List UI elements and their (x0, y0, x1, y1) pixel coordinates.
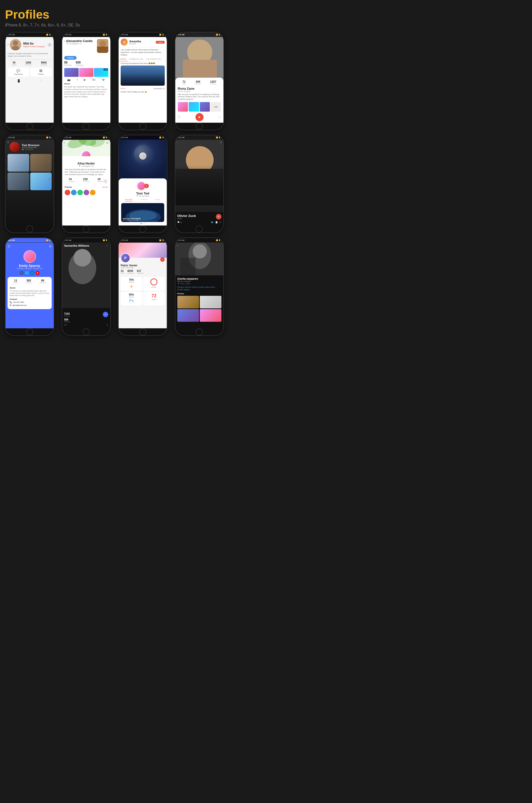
heart-button[interactable]: ♥ (195, 113, 204, 121)
status-bar-miki: 9:41 AM 📶 🔋 (5, 33, 54, 37)
twitter-icon[interactable]: 🐦 (102, 78, 105, 81)
tomted-location: 📍 On the Moon (121, 195, 164, 197)
amantha-follow-button[interactable]: Follow (156, 41, 165, 43)
dot-2 (142, 223, 143, 224)
screen-anita: ‹ Follow @anita-seppanen Fashion designe… (175, 243, 224, 328)
tombronson-avatar (10, 142, 20, 152)
status-bar-olivier: 9:41 AM 📶 🔋 (175, 135, 224, 140)
tab-missions[interactable]: MISSIONS (125, 199, 133, 201)
text-icon[interactable]: T (48, 178, 50, 182)
amantha-header: A Amantha Illustrator Follow (119, 37, 167, 48)
heart-outline-icon[interactable]: ♡ (48, 171, 51, 175)
twitter-icon[interactable]: t (25, 271, 29, 275)
back-icon[interactable]: ‹ (121, 244, 121, 247)
rona-photo-1 (178, 102, 188, 112)
see-all-button[interactable]: See all (102, 186, 108, 188)
back-icon[interactable]: ‹ (64, 141, 65, 144)
emily-card: 11Parties 382Followers 86Following About… (7, 277, 52, 309)
tomted-pagination-dots (121, 223, 164, 224)
rona-name: Rona Zane (178, 87, 221, 91)
menu-icon: ☰ (178, 115, 180, 119)
settings-icon[interactable]: ⚙ (49, 245, 52, 248)
phone-tombronson: 9:41 AM 📶 🔋 ☰ Tom Bronson PHOTOGRAPHER 📷… (5, 135, 54, 233)
tomted-space-bg (119, 140, 167, 183)
tab-zones[interactable]: ZONES (155, 199, 160, 201)
anita-photos-grid (177, 296, 222, 322)
about-label: About (64, 83, 108, 85)
patric-skill-sketch2: Sketch (143, 277, 165, 291)
heart-icon[interactable]: ♥ 576 (121, 88, 125, 90)
menu-icon[interactable]: ☰ (7, 245, 10, 248)
facebook-icon[interactable]: f (20, 271, 24, 275)
copy-icon[interactable]: 📋 (215, 221, 218, 224)
alex-follow-button[interactable]: Follow (64, 56, 77, 60)
alisa-location: 📍 Los Angeles, CA (65, 165, 108, 167)
rona-photo-2 (189, 102, 199, 112)
twitter-icon[interactable]: 🐦 (211, 221, 214, 224)
tb-photo-1 (7, 154, 29, 172)
menu-icon[interactable]: ☰ (7, 141, 9, 144)
youtube-icon[interactable]: ▶ (36, 271, 40, 275)
comments-button[interactable]: 💬 Comments (7, 68, 29, 77)
amantha-post-caption: Great trip and awesome time there 😎😎😎 (119, 61, 167, 66)
tomted-card: + Tom Ted 📍 On the Moon MISSIONS PLANETS… (119, 179, 167, 225)
patric-info: Patric Xavier Artist / New York 14Posts … (119, 263, 167, 277)
share-icon[interactable]: ⟨⟩ (106, 323, 108, 326)
menu-icon[interactable]: ⋮ (106, 244, 108, 247)
back-icon[interactable]: ‹ (7, 43, 8, 46)
status-bar-emily: 9:41 AM 📶 🔋 (5, 238, 54, 243)
behance-icon[interactable]: Be (92, 78, 95, 81)
patric-header: ‹ P + (119, 243, 167, 263)
anita-location: 📍 Tokyo, Japan (177, 283, 222, 285)
share-icon[interactable]: ⟨⟩ (220, 141, 222, 144)
heart-icon[interactable]: ♡ (40, 79, 42, 83)
photos-button[interactable]: 🖼 Photos (30, 68, 52, 77)
patric-stats: 14Posts 8250Followers 617Following (121, 269, 165, 274)
olivier-gradient (175, 165, 224, 205)
rona-role: Interior Designer (178, 91, 221, 92)
share-icon[interactable]: ⟨⟩ (218, 115, 221, 119)
status-time: 9:41 AM (8, 34, 15, 36)
phone-tomted: 9:41 AM 📶 🔋 + Tom Ted 📍 On the Moon (118, 135, 167, 233)
phone-alexandre: 9:41 AM 📶 🔋 ‹ Alexandre Castle 📍 Los Ang… (62, 32, 111, 130)
olivier-actions: 💬 26 🐦 📋 in (177, 221, 222, 224)
screen-miki: ‹ Miki Ito Digital Product Designer + Fr… (5, 37, 54, 123)
olivier-add-button[interactable]: + (216, 214, 222, 220)
linkedin-icon[interactable]: in (30, 271, 34, 275)
whatsapp-icon[interactable]: 📱 (17, 79, 21, 83)
phone-amantha: 9:41 AM 📶 🔋 A Amantha Illustrator Follow… (118, 32, 167, 130)
tab-posts[interactable]: POSTS (119, 57, 128, 61)
facebook-icon[interactable]: f (77, 78, 78, 81)
rona-photo-3 (200, 102, 210, 112)
status-icons: 📶 🔋 (46, 34, 51, 36)
screen-tomted: + Tom Ted 📍 On the Moon MISSIONS PLANETS… (119, 140, 167, 225)
youtube-icon[interactable]: ▶ (84, 78, 86, 81)
tab-comments[interactable]: COMMENTS (18) (128, 57, 145, 61)
screen-alexandre: ‹ Alexandre Castle 📍 Los Angeles, CA Fol… (62, 37, 110, 123)
alisa-add-button[interactable]: + (103, 179, 108, 183)
samantha-add-button[interactable]: + (103, 312, 108, 317)
status-bar-samantha: 9:41 AM 📶 🔋 (62, 238, 110, 243)
miki-name: Miki Ito (23, 42, 45, 45)
tomted-add-button[interactable]: + (144, 184, 149, 188)
tab-followers[interactable]: FOLLOWERS (45) (145, 57, 162, 61)
back-icon[interactable]: ‹ (177, 141, 177, 144)
amantha-avatar: A (121, 39, 128, 45)
screen-rona: 71Posts 429Followers 1257Following Rona … (175, 37, 224, 123)
heart-icon[interactable]: ♥ (49, 160, 50, 164)
anita-photo-2 (200, 296, 222, 309)
miki-edit-button[interactable]: + (48, 43, 52, 47)
back-icon[interactable]: ‹ (177, 244, 178, 247)
tab-planets[interactable]: PLANETS (140, 199, 147, 201)
instagram-icon[interactable]: 📷 (67, 78, 70, 81)
linkedin-icon[interactable]: in (220, 221, 221, 224)
share-icon[interactable]: ⟨⟩ (106, 141, 108, 144)
patric-add-button[interactable]: + (160, 257, 165, 262)
screen-amantha: A Amantha Illustrator Follow I am Creati… (119, 37, 167, 123)
back-icon[interactable]: ‹ (64, 39, 65, 42)
emily-avatar (7, 250, 52, 263)
miki-stat-posts: 34 Posts (12, 61, 16, 66)
comments-count: Comments: 21 (153, 88, 165, 90)
anita-content: Follow @anita-seppanen Fashion designer … (175, 275, 224, 324)
status-bar-amantha: 9:41 AM 📶 🔋 (119, 33, 167, 37)
